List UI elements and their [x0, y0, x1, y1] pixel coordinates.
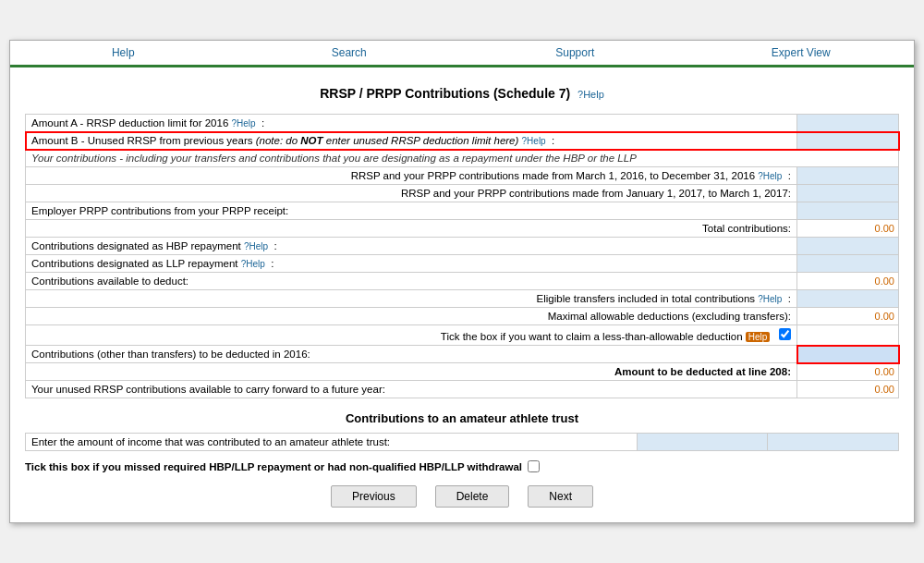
- athlete-form-table: Enter the amount of income that was cont…: [25, 433, 899, 451]
- hbp-repayment-row: Contributions designated as HBP repaymen…: [26, 238, 899, 255]
- amount-b-row: Amount B - Unused RRSP from previous yea…: [26, 132, 899, 150]
- athlete-input-2[interactable]: [773, 436, 893, 447]
- contributions-deducted-row: Contributions (other than transfers) to …: [26, 346, 899, 363]
- amount-a-input-cell: [797, 115, 899, 132]
- maximal-allowable-row: Maximal allowable deductions (excluding …: [26, 308, 899, 325]
- contributions-header: Your contributions - including your tran…: [26, 150, 899, 167]
- llp-repayment-label: Contributions designated as LLP repaymen…: [26, 255, 797, 273]
- next-button[interactable]: Next: [528, 485, 593, 508]
- previous-button[interactable]: Previous: [331, 485, 417, 508]
- delete-button[interactable]: Delete: [435, 485, 510, 508]
- employer-prpp-input[interactable]: [803, 205, 893, 216]
- amount-line208-value: 0.00: [797, 363, 899, 381]
- title-help-link[interactable]: ?Help: [578, 89, 604, 100]
- llp-repayment-input-cell: [797, 255, 899, 273]
- nav-help[interactable]: Help: [10, 41, 237, 65]
- contributions-deducted-input[interactable]: [799, 349, 896, 360]
- employer-prpp-label: Employer PRPP contributions from your PR…: [26, 202, 797, 220]
- total-contributions-row: Total contributions: 0.00: [26, 220, 899, 238]
- nav-search[interactable]: Search: [237, 41, 463, 65]
- athlete-section-title: Contributions to an amateur athlete trus…: [25, 411, 899, 425]
- eligible-transfers-row: Eligible transfers included in total con…: [26, 290, 899, 308]
- main-form-table: Amount A - RRSP deduction limit for 2016…: [25, 114, 899, 398]
- amount-line208-label: Amount to be deducted at line 208:: [26, 363, 797, 381]
- employer-prpp-row: Employer PRPP contributions from your PR…: [26, 202, 899, 220]
- total-contributions-label: Total contributions:: [26, 220, 797, 238]
- buttons-row: Previous Delete Next: [25, 485, 899, 508]
- eligible-transfers-help[interactable]: ?Help: [758, 294, 782, 304]
- unused-rrsp-value: 0.00: [797, 381, 899, 398]
- amount-a-label: Amount A - RRSP deduction limit for 2016…: [26, 115, 797, 132]
- athlete-input-1[interactable]: [643, 436, 762, 447]
- rrsp-jan-march-row: RRSP and your PRPP contributions made fr…: [26, 185, 899, 202]
- rrsp-jan-march-input[interactable]: [803, 188, 893, 199]
- total-contributions-value: 0.00: [797, 220, 899, 238]
- contributions-deducted-label: Contributions (other than transfers) to …: [26, 346, 797, 363]
- amount-line208-row: Amount to be deducted at line 208: 0.00: [26, 363, 899, 381]
- less-than-allowable-checkbox[interactable]: [779, 328, 791, 340]
- llp-repayment-help[interactable]: ?Help: [241, 259, 265, 269]
- rrsp-jan-march-label: RRSP and your PRPP contributions made fr…: [26, 185, 797, 202]
- amount-b-label: Amount B - Unused RRSP from previous yea…: [26, 132, 797, 150]
- unused-rrsp-row: Your unused RRSP contributions available…: [26, 381, 899, 398]
- tick-box-help[interactable]: Help: [746, 332, 771, 342]
- hbp-repayment-help[interactable]: ?Help: [244, 241, 268, 251]
- contributions-deducted-input-cell: [797, 346, 899, 363]
- rrsp-march-dec-row: RRSP and your PRPP contributions made fr…: [26, 167, 899, 185]
- nav-support[interactable]: Support: [462, 41, 688, 65]
- amount-a-help[interactable]: ?Help: [231, 118, 255, 129]
- maximal-allowable-label: Maximal allowable deductions (excluding …: [26, 308, 797, 325]
- hbp-label: Tick this box if you missed required HBP…: [25, 461, 522, 472]
- tick-box-label: Tick the box if you want to claim a less…: [26, 325, 797, 346]
- llp-repayment-row: Contributions designated as LLP repaymen…: [26, 255, 899, 273]
- tick-box-row: Tick the box if you want to claim a less…: [26, 325, 899, 346]
- rrsp-march-dec-label: RRSP and your PRPP contributions made fr…: [26, 167, 797, 185]
- employer-prpp-input-cell: [797, 202, 899, 220]
- llp-repayment-input[interactable]: [803, 258, 893, 269]
- available-deduct-value: 0.00: [797, 273, 899, 290]
- rrsp-march-dec-input-cell: [797, 167, 899, 185]
- rrsp-march-dec-input[interactable]: [803, 170, 893, 181]
- available-deduct-label: Contributions available to deduct:: [26, 273, 797, 290]
- amount-b-input-cell: [797, 132, 899, 150]
- athlete-input-cell-2: [768, 434, 899, 451]
- athlete-input-cell-1: [637, 434, 768, 451]
- eligible-transfers-input-cell: [797, 290, 899, 308]
- eligible-transfers-label: Eligible transfers included in total con…: [26, 290, 797, 308]
- hbp-repayment-label: Contributions designated as HBP repaymen…: [26, 238, 797, 255]
- amount-a-input[interactable]: [803, 117, 893, 129]
- unused-rrsp-label: Your unused RRSP contributions available…: [26, 381, 797, 398]
- hbp-repayment-input-cell: [797, 238, 899, 255]
- contributions-header-row: Your contributions - including your tran…: [26, 150, 899, 167]
- hbp-line: Tick this box if you missed required HBP…: [25, 460, 899, 472]
- top-nav: Help Search Support Expert View: [10, 41, 914, 67]
- amount-b-help[interactable]: ?Help: [522, 136, 546, 146]
- athlete-label: Enter the amount of income that was cont…: [26, 434, 638, 451]
- hbp-repayment-input[interactable]: [803, 240, 893, 251]
- athlete-row: Enter the amount of income that was cont…: [26, 434, 899, 451]
- nav-expert-view[interactable]: Expert View: [688, 41, 915, 65]
- hbp-checkbox[interactable]: [528, 460, 540, 472]
- rrsp-jan-march-input-cell: [797, 185, 899, 202]
- rrsp-march-dec-help[interactable]: ?Help: [758, 171, 782, 181]
- page-title: RRSP / PRPP Contributions (Schedule 7) ?…: [25, 86, 899, 101]
- amount-a-row: Amount A - RRSP deduction limit for 2016…: [26, 115, 899, 132]
- tick-box-empty-cell: [797, 325, 899, 346]
- amount-b-input[interactable]: [803, 135, 893, 146]
- maximal-allowable-value: 0.00: [797, 308, 899, 325]
- available-deduct-row: Contributions available to deduct: 0.00: [26, 273, 899, 290]
- eligible-transfers-input[interactable]: [803, 293, 893, 304]
